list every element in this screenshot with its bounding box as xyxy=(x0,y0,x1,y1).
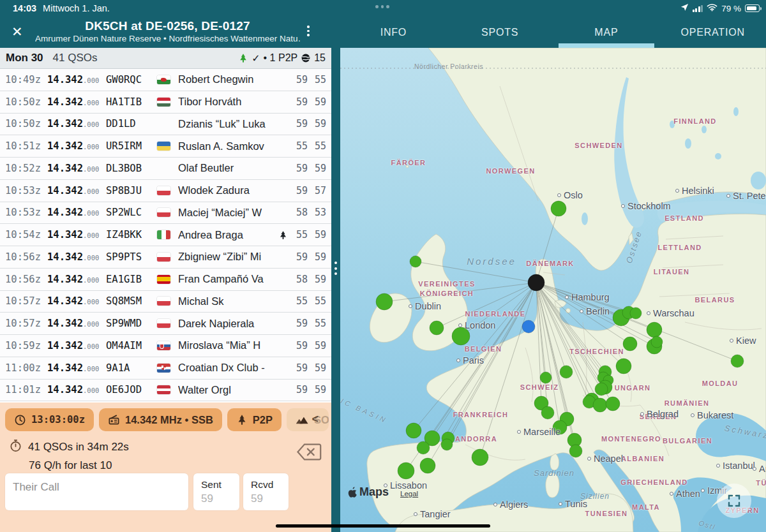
table-row[interactable]: 10:57z14.342.000SQ8MSMMichal Sk5555 xyxy=(0,291,331,313)
qso-frequency: 14.342.000 xyxy=(47,362,106,374)
log-summary-icons: ✓ • 1 P2P 15 xyxy=(238,52,331,64)
qso-map-dot[interactable] xyxy=(472,449,488,466)
table-row[interactable]: 11:00z14.342.0009A1ACroatian Dx Club -59… xyxy=(0,357,331,380)
country-flag-icon xyxy=(157,142,178,151)
country-flag-icon xyxy=(157,75,178,84)
qso-operator-name: Miroslava “Mia” H xyxy=(178,339,276,351)
qso-operator-name: Croatian Dx Club - xyxy=(178,362,276,374)
rst-rcvd: 59 xyxy=(308,118,326,129)
qso-map-dot[interactable] xyxy=(569,445,582,457)
page-subtitle: Amrumer Dünen Nature Reserve • Nordfries… xyxy=(35,34,300,43)
chevron-left-icon[interactable]: < xyxy=(312,413,319,426)
status-date: Mittwoch 1. Jan. xyxy=(43,3,110,13)
qso-operator-name: Zbigniew “Zibi” Mi xyxy=(178,251,276,263)
qso-frequency: 14.342.000 xyxy=(47,273,106,286)
table-row[interactable]: 10:50z14.342.000DD1LDDzianis “Luk” Luka5… xyxy=(0,114,331,136)
table-row[interactable]: 10:59z14.342.000OM4AIMMiroslava “Mia” H5… xyxy=(0,335,331,357)
rcvd-value: 59 xyxy=(243,491,289,507)
qso-map-dot[interactable] xyxy=(647,322,662,337)
table-row[interactable]: 10:49z14.342.000GW0RQCRobert Chegwin5955 xyxy=(0,69,331,91)
activation-title-block: DK5CH at DE-0256, DE-0127 Amrumer Dünen … xyxy=(35,19,300,43)
qso-frequency: 14.342.000 xyxy=(47,117,106,130)
log-day-header: Mon 30 41 QSOs ✓ • 1 P2P 15 xyxy=(0,48,331,69)
tab-operation[interactable]: OPERATION xyxy=(659,17,766,48)
table-row[interactable]: 11:01z14.342.000OE6JODWalter Orgl5959 xyxy=(0,380,331,402)
qso-map-dot[interactable] xyxy=(630,307,642,319)
table-row[interactable]: 10:52z14.342.000DL3BOBOlaf Beutler5959 xyxy=(0,158,331,180)
overflow-menu-icon[interactable] xyxy=(307,26,310,36)
status-time: 14:03 xyxy=(13,3,36,13)
mountain-icon xyxy=(296,414,309,426)
qso-time: 11:00z xyxy=(0,362,47,374)
qso-map-dot[interactable] xyxy=(420,458,435,473)
table-row[interactable]: 10:53z14.342.000SP8BJUWlodek Zadura5957 xyxy=(0,180,331,202)
rcvd-field[interactable]: Rcvd 59 xyxy=(243,473,289,510)
fullscreen-button[interactable] xyxy=(717,484,751,518)
qso-map-dot[interactable] xyxy=(430,321,444,335)
qso-callsign: GW0RQC xyxy=(106,74,157,85)
rst-rcvd: 59 xyxy=(308,96,326,108)
table-row[interactable]: 10:56z14.342.000SP9PTSZbigniew “Zibi” Mi… xyxy=(0,246,331,269)
rst-rcvd: 59 xyxy=(308,251,326,263)
qso-map-dot[interactable] xyxy=(651,336,663,348)
tab-info[interactable]: INFO xyxy=(340,17,447,48)
qso-map-dot[interactable] xyxy=(616,358,631,374)
qso-callsign: SQ8MSM xyxy=(106,295,157,307)
table-row[interactable]: 10:56z14.342.000EA1GIBFran Campañó Va585… xyxy=(0,269,331,291)
home-indicator[interactable] xyxy=(276,524,490,528)
qso-map-dot[interactable] xyxy=(623,337,637,351)
qso-map-dot[interactable] xyxy=(551,201,566,216)
qso-map-dot[interactable] xyxy=(553,420,567,434)
rst-sent: 59 xyxy=(289,185,308,196)
rst-rcvd: 55 xyxy=(308,140,326,152)
their-call-input[interactable] xyxy=(5,473,188,501)
rst-rcvd: 57 xyxy=(308,185,326,196)
qso-time: 10:57z xyxy=(0,318,47,329)
backspace-button[interactable] xyxy=(296,442,322,464)
qso-map-dot[interactable] xyxy=(406,423,421,438)
qso-time: 10:53z xyxy=(0,185,47,196)
qso-time: 10:57z xyxy=(0,295,47,307)
table-row[interactable]: 10:57z14.342.000SP9WMDDarek Napierala595… xyxy=(0,313,331,335)
qso-map-dot[interactable] xyxy=(595,383,608,395)
table-row[interactable]: 10:50z14.342.000HA1TIBTibor Horváth5959 xyxy=(0,91,331,114)
qso-map-dot[interactable] xyxy=(560,366,573,378)
rst-rcvd: 55 xyxy=(308,318,326,329)
logger-position-dot xyxy=(522,320,535,333)
chip-p2p[interactable]: P2P xyxy=(227,408,282,431)
table-row[interactable]: 10:51z14.342.000UR5IRMRuslan A. Samkov55… xyxy=(0,135,331,158)
qso-frequency: 14.342.000 xyxy=(47,96,106,108)
sent-field[interactable]: Sent 59 xyxy=(193,473,239,510)
drag-handle-icon[interactable] xyxy=(334,262,337,275)
qso-map-dot[interactable] xyxy=(410,256,421,267)
qso-map-dot[interactable] xyxy=(593,398,607,412)
table-row[interactable]: 10:53z14.342.000SP2WLCMaciej “Maciej” W5… xyxy=(0,202,331,225)
qso-map-dot[interactable] xyxy=(441,439,453,450)
chip-13-03-00z[interactable]: 13:03:00z xyxy=(5,408,94,431)
sent-label: Sent xyxy=(193,473,239,491)
table-row[interactable]: 10:54z14.342.000IZ4BKKAndrea Braga5559 xyxy=(0,224,331,246)
qso-map-dot[interactable] xyxy=(731,355,744,367)
qso-map-dot[interactable] xyxy=(417,441,430,454)
map-view[interactable]: FÄRÖERNORWEGENSCHWEDENFINNLANDESTLANDLET… xyxy=(340,48,766,532)
chip-14-342-mhz-ssb[interactable]: 14.342 MHz • SSB xyxy=(99,408,222,431)
qso-map-dot[interactable] xyxy=(540,372,552,383)
qso-frequency: 14.342.000 xyxy=(47,339,106,352)
legal-link[interactable]: Legal xyxy=(400,490,418,499)
rst-rcvd: 59 xyxy=(308,362,326,374)
qso-map-dot[interactable] xyxy=(398,462,414,479)
qso-map-dot[interactable] xyxy=(452,327,470,345)
tree-icon xyxy=(236,414,248,425)
close-icon[interactable]: ✕ xyxy=(11,24,23,40)
multitask-dots-icon[interactable] xyxy=(375,5,389,8)
tab-spots[interactable]: SPOTS xyxy=(447,17,553,48)
log-qso-count: 41 QSOs xyxy=(53,52,98,64)
chip-sota[interactable]: SOTA< xyxy=(287,408,329,431)
qso-map-dot[interactable] xyxy=(541,406,554,419)
tab-map[interactable]: MAP xyxy=(553,17,660,48)
qso-map-dot[interactable] xyxy=(606,397,620,411)
qso-callsign: 9A1A xyxy=(106,362,157,374)
their-call-field[interactable] xyxy=(5,473,188,510)
qso-map-dot[interactable] xyxy=(376,293,393,310)
panel-divider[interactable] xyxy=(331,48,340,532)
